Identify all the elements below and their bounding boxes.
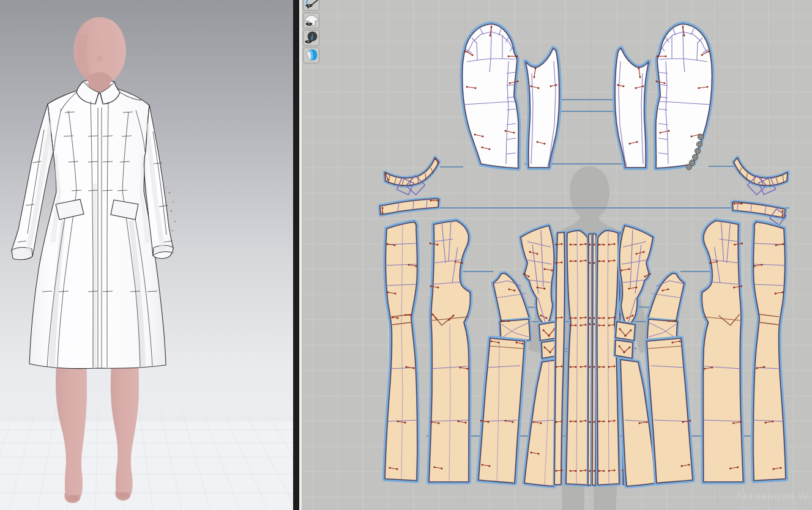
- svg-text:i: i: [311, 32, 313, 42]
